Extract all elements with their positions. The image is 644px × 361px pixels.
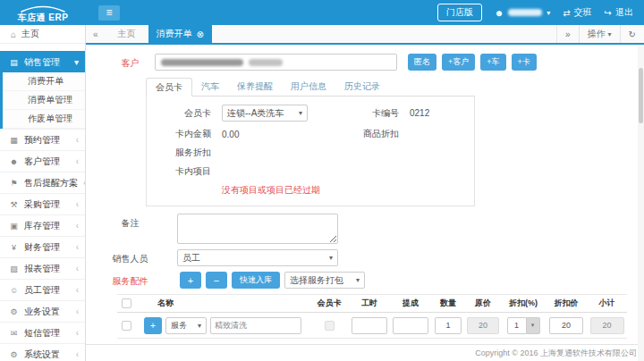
chevron-down-icon: ▾ — [547, 9, 550, 17]
row-add-button[interactable]: + — [144, 317, 162, 334]
row-member-card-checkbox[interactable] — [325, 321, 335, 331]
sidebar-group-sms[interactable]: ✉ 短信管理 ‹ — [0, 322, 85, 343]
add-row-button[interactable]: + — [180, 272, 201, 289]
tab-car[interactable]: 汽车 — [192, 78, 228, 96]
store-version-button[interactable]: 门店版 — [437, 4, 482, 21]
sidebar-toggle-button[interactable]: ≡ — [98, 5, 120, 21]
row-commission-input[interactable] — [393, 317, 428, 334]
col-original-price: 原价 — [465, 298, 501, 309]
chevron-left-icon: ‹ — [76, 242, 79, 252]
sidebar-item-home[interactable]: ⌂ 主页 — [0, 25, 85, 44]
member-card-value: 连锁--A类洗车 — [227, 107, 284, 120]
row-type-select[interactable]: 服务 ▾ — [165, 317, 207, 334]
billing-form: 客户 匿名 +客户 +车 +卡 会员卡 — [86, 45, 644, 361]
tabs-scroll-right-button[interactable]: » — [556, 25, 579, 43]
sidebar-group-customers[interactable]: ☻ 客户管理 ‹ — [0, 150, 85, 172]
sidebar-group-finance[interactable]: ¥ 财务管理 ‹ — [0, 236, 85, 257]
quick-stock-in-button[interactable]: 快速入库 — [232, 272, 280, 289]
row-service-name-input[interactable] — [210, 317, 301, 334]
chevron-down-icon: ▾ — [299, 109, 302, 117]
brand-logo[interactable]: 车店通 ERP — [0, 4, 86, 22]
add-car-button[interactable]: +车 — [480, 54, 505, 71]
remark-textarea[interactable] — [177, 214, 338, 244]
row-discount-input[interactable] — [507, 317, 527, 334]
tab-consume-billing[interactable]: 消费开单 ⊗ — [148, 25, 212, 43]
row-discount-price-input[interactable] — [549, 317, 583, 334]
logout-icon: ↪ — [605, 8, 612, 18]
col-subtotal: 小计 — [587, 298, 627, 309]
tab-member-card[interactable]: 会员卡 — [146, 78, 192, 97]
user-menu[interactable]: ☻ ▾ — [495, 8, 551, 18]
customer-label: 客户 — [106, 54, 155, 70]
sidebar-group-purchase[interactable]: ⚒ 采购管理 ‹ — [0, 193, 85, 214]
service-parts-row: 服务配件 + − 快速入库 选择服务打包 ▾ — [86, 272, 644, 289]
sidebar-item-consume-billing[interactable]: 消费开单 — [3, 72, 85, 91]
sidebar-group-label: 销售管理 — [24, 56, 69, 69]
col-commission: 提成 — [390, 298, 431, 309]
chevron-left-icon: ‹ — [76, 285, 79, 295]
member-card-select[interactable]: 连锁--A类洗车 ▾ — [222, 105, 308, 122]
tab-maintenance-reminder[interactable]: 保养提醒 — [228, 78, 282, 96]
seller-label: 销售人员 — [106, 249, 155, 265]
sidebar-group-aftersales-reminder[interactable]: ⚑ 售后提醒方案 ‹ — [0, 172, 85, 193]
chevron-left-icon: ‹ — [76, 328, 79, 338]
chevron-down-icon: ▾ — [198, 322, 201, 330]
anonymous-button[interactable]: 匿名 — [408, 54, 436, 71]
shift-change-button[interactable]: ⇄ 交班 — [563, 6, 591, 19]
seller-select[interactable]: 员工 ▾ — [177, 249, 338, 266]
envelope-icon: ✉ — [9, 329, 19, 338]
reservation-icon: ▦ — [9, 136, 19, 145]
service-package-select[interactable]: 选择服务打包 ▾ — [284, 272, 365, 289]
sidebar-group-reservation[interactable]: ▦ 预约管理 ‹ — [0, 129, 85, 150]
tab-user-info[interactable]: 用户信息 — [282, 78, 335, 96]
remark-row: 备注 — [86, 214, 644, 244]
tab-home[interactable]: 主页 — [106, 25, 148, 43]
car-roof-swoosh-icon — [19, 5, 67, 13]
sidebar-group-reports[interactable]: ▨ 报表管理 ‹ — [0, 257, 85, 279]
row-discount-dropdown-button[interactable]: ▾ — [527, 317, 540, 334]
close-icon[interactable]: ⊗ — [197, 29, 204, 39]
refresh-button[interactable]: ↻ — [620, 25, 644, 43]
seller-value: 员工 — [182, 252, 200, 264]
sidebar-group-label: 客户管理 — [24, 155, 71, 168]
sidebar-group-label: 预约管理 — [24, 134, 71, 147]
add-customer-button[interactable]: +客户 — [442, 54, 475, 71]
row-checkbox[interactable] — [122, 321, 131, 331]
add-card-button[interactable]: +卡 — [512, 54, 537, 71]
row-type-value: 服务 — [171, 320, 187, 332]
sidebar-group-business-settings[interactable]: ⚙ 业务设置 ‹ — [0, 300, 85, 322]
employees-icon: ☺ — [9, 286, 19, 295]
sidebar-item-consume-orders[interactable]: 消费单管理 — [3, 91, 85, 110]
col-work-hours: 工时 — [349, 298, 390, 309]
chevron-left-icon: ‹ — [76, 156, 79, 166]
row-quantity-input[interactable] — [435, 317, 462, 334]
tab-history[interactable]: 历史记录 — [335, 78, 389, 96]
home-icon: ⌂ — [11, 29, 16, 39]
sidebar-group-sales[interactable]: ▤ 销售管理 ▾ — [0, 51, 85, 72]
chevron-left-icon: ‹ — [76, 221, 79, 231]
tabs-scroll-left-button[interactable]: « — [86, 25, 106, 43]
sidebar-item-void-orders[interactable]: 作废单管理 — [3, 110, 85, 129]
sidebar-group-label: 业务设置 — [24, 306, 71, 318]
sidebar-group-system-settings[interactable]: ⚙ 系统设置 ‹ — [0, 343, 85, 361]
member-tabs-header: 会员卡 汽车 保养提醒 用户信息 历史记录 — [146, 78, 475, 97]
service-parts-label: 服务配件 — [106, 272, 155, 288]
operations-dropdown[interactable]: 操作 ▾ — [579, 25, 620, 43]
card-number-label: 卡编号 — [336, 107, 399, 120]
table-header-row: 名称 会员卡 工时 提成 数量 原价 折扣(%) 折扣价 小计 — [117, 294, 627, 313]
remove-row-button[interactable]: − — [206, 272, 227, 289]
sidebar-group-employees[interactable]: ☺ 员工管理 ‹ — [0, 279, 85, 300]
sidebar-group-inventory[interactable]: ▣ 库存管理 ‹ — [0, 214, 85, 236]
card-items-label: 卡内项目 — [147, 165, 211, 178]
hamburger-icon: ≡ — [106, 6, 112, 19]
logout-button[interactable]: ↪ 退出 — [605, 6, 633, 19]
select-all-checkbox[interactable] — [122, 298, 131, 308]
row-work-hours-input[interactable] — [352, 317, 387, 334]
vertical-scrollbar[interactable] — [638, 46, 644, 361]
gears-icon: ⚙ — [9, 307, 19, 316]
navbar-right: 门店版 ☻ ▾ ⇄ 交班 ↪ 退出 — [437, 4, 644, 21]
scrollbar-thumb[interactable] — [639, 68, 643, 123]
remark-label: 备注 — [106, 214, 155, 230]
chevron-down-icon: ▾ — [74, 57, 79, 67]
customer-input[interactable] — [155, 54, 397, 71]
